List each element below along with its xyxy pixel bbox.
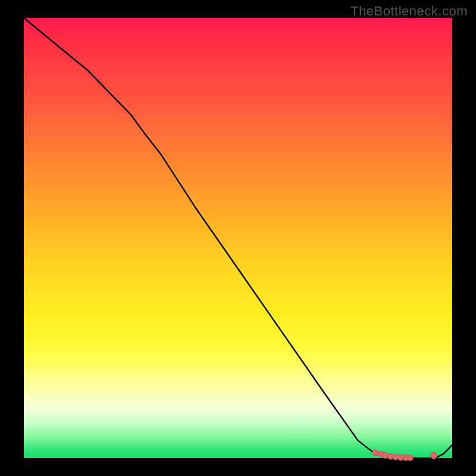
marker-cluster (372, 450, 437, 461)
bottleneck-curve (24, 18, 452, 458)
plot-area (24, 18, 452, 458)
watermark-text: TheBottleneck.com (350, 4, 468, 19)
marker-point (372, 450, 378, 456)
marker-point (407, 455, 413, 461)
chart-svg (24, 18, 452, 458)
chart-frame: TheBottleneck.com (0, 0, 476, 476)
marker-point (431, 452, 437, 459)
